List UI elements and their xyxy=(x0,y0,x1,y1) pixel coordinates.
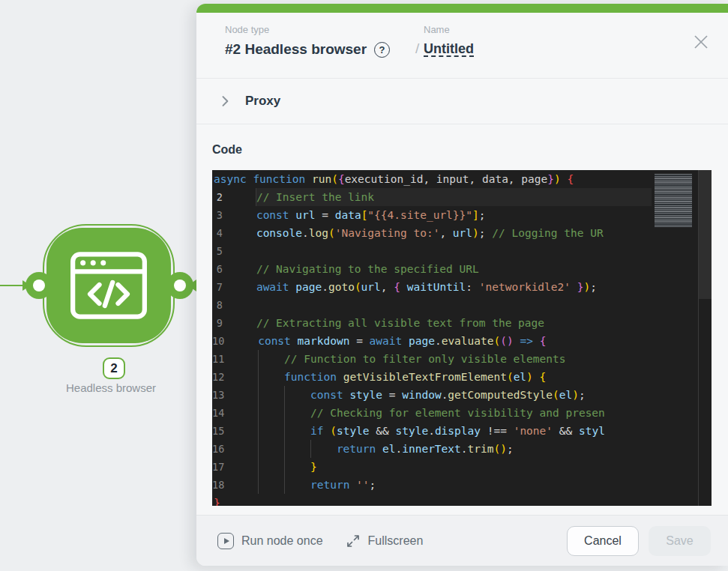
code-segment: console xyxy=(256,224,302,242)
code-segment: page xyxy=(409,332,435,350)
code-segment: ; xyxy=(479,224,492,242)
code-line-text: const markdown = await page.evaluate(() … xyxy=(232,332,652,350)
run-node-once-button[interactable]: Run node once xyxy=(217,533,323,549)
node-title-label: Headless browser xyxy=(17,381,205,394)
code-line: 4console.log('Navigating to:', url); // … xyxy=(212,224,652,242)
code-line: 8 xyxy=(212,296,652,314)
indent-guide xyxy=(232,404,258,422)
code-line: 14// Checking for element visibility and… xyxy=(212,404,652,422)
code-line-text: console.log('Navigating to:', url); // L… xyxy=(230,224,652,242)
line-number: 6 xyxy=(212,260,230,278)
code-line: 16return el.innerText.trim(); xyxy=(212,440,652,458)
indent-guide xyxy=(232,332,258,350)
node-name-field[interactable]: Untitled xyxy=(424,41,474,57)
connection-line xyxy=(0,285,25,286)
code-segment: : xyxy=(466,278,478,296)
code-line-text xyxy=(230,242,652,260)
save-button[interactable]: Save xyxy=(649,526,711,556)
code-segment: { xyxy=(567,170,574,188)
code-segment: url xyxy=(453,224,472,242)
close-button[interactable] xyxy=(690,31,712,53)
line-number: 9 xyxy=(212,314,230,332)
code-line-text: const url = data["{{4.site_url}}"]; xyxy=(230,206,652,224)
code-line-text: await page.goto(url, { waitUntil: 'netwo… xyxy=(230,278,652,296)
code-segment: styl xyxy=(579,422,605,440)
code-segment: . xyxy=(435,332,442,350)
code-segment: ( xyxy=(507,368,514,386)
node-type-label: Node type xyxy=(225,24,269,35)
code-editor[interactable]: async function run({execution_id, input,… xyxy=(212,170,712,506)
code-segment: await xyxy=(256,278,295,296)
code-segment: getVisibleTextFromElement xyxy=(343,368,507,386)
code-segment: } xyxy=(547,170,554,188)
cancel-button[interactable]: Cancel xyxy=(567,526,639,556)
code-segment xyxy=(533,332,540,350)
code-segment: . xyxy=(461,440,468,458)
name-label: Name xyxy=(424,24,450,35)
indent-guide xyxy=(230,206,256,224)
code-segment: innerText xyxy=(402,440,461,458)
code-segment: return xyxy=(337,440,376,458)
help-icon[interactable]: ? xyxy=(374,42,390,58)
code-segment: ; xyxy=(479,206,486,224)
line-number: 18 xyxy=(212,476,232,494)
code-segment: && xyxy=(370,422,396,440)
code-line-text: // Function to filter only visible eleme… xyxy=(232,350,652,368)
line-number: 2 xyxy=(212,188,230,206)
code-segment: url xyxy=(361,278,381,296)
editor-scrollbar-slider[interactable] xyxy=(699,170,712,299)
code-segment: . xyxy=(395,440,402,458)
indent-guide xyxy=(232,350,258,368)
line-number: 10 xyxy=(212,332,232,350)
code-segment: // Checking for element visibility and p… xyxy=(310,404,605,422)
chevron-right-icon xyxy=(217,94,232,109)
node-body[interactable] xyxy=(46,228,171,343)
editor-minimap[interactable] xyxy=(652,170,698,506)
code-line: 15if (style && style.display !== 'none' … xyxy=(212,422,652,440)
code-segment: ; xyxy=(507,440,514,458)
indent-guide xyxy=(258,440,284,458)
editor-scrollbar-track[interactable] xyxy=(699,170,712,506)
code-segment: ) xyxy=(572,386,579,404)
code-segment: [ xyxy=(361,206,368,224)
code-line: 5 xyxy=(212,242,652,260)
code-segment: // Function to filter only visible eleme… xyxy=(284,350,565,368)
code-segment xyxy=(400,278,407,296)
code-segment: && xyxy=(553,422,579,440)
node-input-port-dot xyxy=(33,280,45,291)
proxy-section-toggle[interactable]: Proxy xyxy=(196,78,728,124)
code-line-text: async function run({execution_id, input,… xyxy=(214,170,652,188)
fullscreen-button[interactable]: Fullscreen xyxy=(346,534,424,549)
code-segment: ] xyxy=(472,206,479,224)
code-segment: !== xyxy=(481,422,514,440)
code-segment: async function xyxy=(214,170,312,188)
code-segment: , xyxy=(439,224,452,242)
code-segment: () xyxy=(493,440,506,458)
code-segment: ( xyxy=(553,386,559,404)
indent-guide xyxy=(232,458,258,476)
indent-guide xyxy=(258,404,284,422)
code-line: 18return ''; xyxy=(212,476,652,494)
code-segment: el xyxy=(382,440,395,458)
code-line: 11// Function to filter only visible ele… xyxy=(212,350,652,368)
code-segment: goto xyxy=(328,278,355,296)
line-number: 16 xyxy=(212,440,232,458)
node-type-value: #2 Headless browser xyxy=(225,41,367,58)
indent-guide xyxy=(230,260,256,278)
line-number: 3 xyxy=(212,206,230,224)
indent-guide xyxy=(232,440,258,458)
line-number: 11 xyxy=(212,350,232,368)
code-segment: => xyxy=(520,332,532,350)
code-segment: run xyxy=(312,170,331,188)
indent-guide xyxy=(232,386,258,404)
code-segment: style xyxy=(396,422,429,440)
code-segment xyxy=(514,332,520,350)
code-segment: const xyxy=(310,386,349,404)
code-line-text: // Extracting all visible text from the … xyxy=(230,314,652,332)
code-segment: ( xyxy=(494,332,501,350)
code-line: 7await page.goto(url, { waitUntil: 'netw… xyxy=(212,278,652,296)
code-segment: "{{4.site_url}}" xyxy=(367,206,472,224)
code-segment: 'Navigating to:' xyxy=(335,224,440,242)
code-segment: = xyxy=(349,332,369,350)
line-number: 13 xyxy=(212,386,232,404)
